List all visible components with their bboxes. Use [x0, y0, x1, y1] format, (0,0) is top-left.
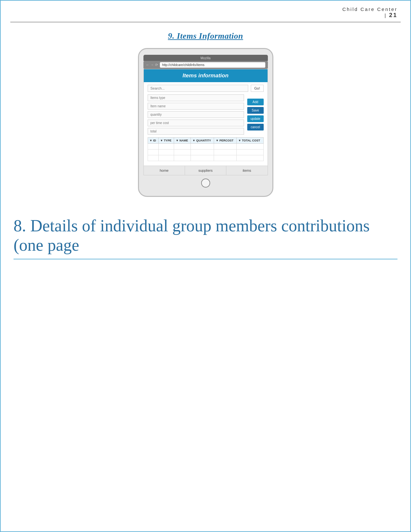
nav-arrows[interactable]: ← → ⟳: [146, 63, 158, 67]
item-name-input[interactable]: [148, 103, 244, 110]
browser-bar: Mozilla: [143, 55, 268, 61]
search-input[interactable]: [148, 85, 248, 92]
nav-items[interactable]: items: [226, 166, 267, 175]
add-button[interactable]: Add: [247, 99, 264, 105]
browser-label: Mozilla: [146, 56, 265, 60]
home-circle-button[interactable]: [201, 179, 210, 188]
cancel-button[interactable]: cancel: [247, 124, 264, 131]
items-type-input[interactable]: [148, 94, 244, 101]
col-percost[interactable]: ▼ PERCOST: [214, 138, 237, 144]
header-divider: [10, 22, 401, 22]
tablet-mockup: Mozilla ← → ⟳ http://childcare/childInfo…: [138, 48, 273, 197]
browser-nav-row: ← → ⟳ http://childcare/childInfo/items: [143, 61, 268, 69]
fields-column: [148, 94, 244, 135]
col-type[interactable]: ▼ TYPE: [158, 138, 174, 144]
col-name[interactable]: ▼ NAME: [174, 138, 191, 144]
page-header: Child Care Center | 21: [1, 1, 410, 21]
go-button[interactable]: Go!: [251, 85, 264, 92]
per-time-cost-input[interactable]: [148, 120, 244, 126]
bottom-nav: home suppliers items: [144, 166, 268, 175]
col-totalcost[interactable]: ▼ TOTAL COST: [237, 138, 263, 144]
update-button[interactable]: update: [247, 115, 264, 122]
table-header-row: ▼ ID ▼ TYPE ▼ NAME ▼ QUANTITY ▼ PERCOST …: [148, 138, 263, 144]
col-id[interactable]: ▼ ID: [148, 138, 158, 144]
save-button[interactable]: Save: [247, 107, 264, 114]
url-bar[interactable]: http://childcare/childInfo/items: [160, 62, 265, 68]
table-row: [148, 155, 263, 161]
col-quantity[interactable]: ▼ QUANTITY: [191, 138, 214, 144]
nav-home[interactable]: home: [144, 166, 185, 175]
data-table: ▼ ID ▼ TYPE ▼ NAME ▼ QUANTITY ▼ PERCOST …: [148, 137, 264, 161]
page-separator: |: [385, 13, 387, 18]
quantity-input[interactable]: [148, 111, 244, 118]
bottom-section-title: 8. Details of individual group members c…: [1, 216, 410, 255]
page-number: 21: [389, 12, 397, 18]
fields-buttons-area: Add Save update cancel: [148, 94, 264, 135]
nav-suppliers[interactable]: suppliers: [185, 166, 226, 175]
app-title: Items information: [182, 73, 229, 79]
table-row: [148, 150, 263, 155]
section-title: 9. Items Information: [1, 31, 410, 41]
buttons-column: Add Save update cancel: [247, 94, 264, 135]
app-content: Items information Go! Add Sa: [143, 69, 268, 175]
total-input[interactable]: [148, 128, 244, 135]
home-button-area: [143, 179, 268, 189]
search-row: Go!: [148, 85, 264, 92]
app-header: Items information: [144, 69, 268, 82]
form-area: Go! Add Save update cancel: [144, 82, 268, 164]
brand-name: Child Care Center: [342, 6, 397, 12]
table-row: [148, 144, 263, 150]
bottom-divider: [14, 259, 397, 259]
